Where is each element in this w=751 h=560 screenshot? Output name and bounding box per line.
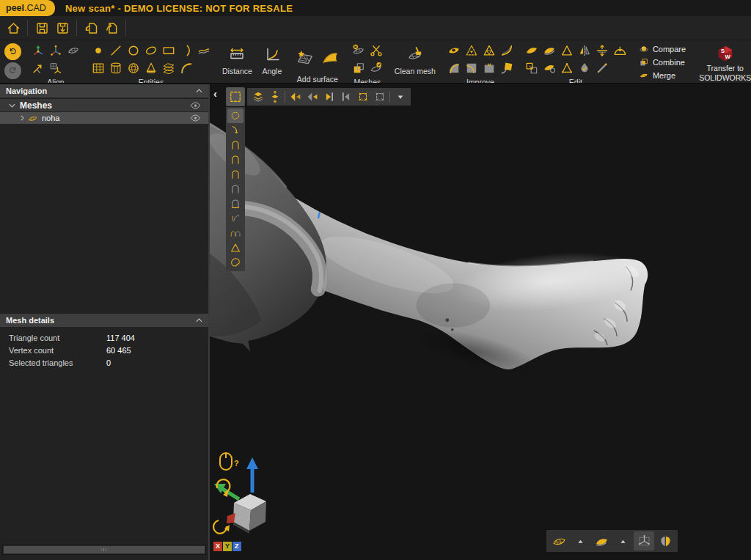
panel-collapse-arrow[interactable]: ‹ [213,88,217,99]
undo-icon[interactable] [4,43,21,60]
compare-orb-icon[interactable] [638,43,650,55]
clean-mesh-button[interactable]: Clean mesh [390,41,440,83]
dshape-icon[interactable] [227,167,243,182]
chevron-down-icon[interactable] [9,103,15,108]
mesh-delete-icon[interactable] [350,42,367,59]
copy-ref-icon[interactable] [523,59,541,77]
surface-b-icon[interactable] [541,42,558,59]
ruler-icon[interactable] [226,44,248,65]
sweep-icon[interactable] [177,59,195,77]
solid-blob-icon[interactable] [591,531,612,550]
line-icon[interactable] [107,42,125,59]
flip-b-icon[interactable] [304,89,320,105]
navigation-cube[interactable]: ? [211,377,292,553]
pen-line-icon[interactable] [593,59,611,77]
dshape-pair-icon[interactable] [227,226,243,240]
fit-out-icon[interactable] [354,89,371,105]
wire-blob-icon[interactable] [549,531,569,550]
dshape-icon[interactable] [227,138,243,152]
blob-select-icon[interactable] [227,255,243,270]
tree-item-noha[interactable]: noha [0,112,208,124]
curve-smooth-icon[interactable] [498,42,516,59]
tri-nested-icon[interactable] [480,42,498,59]
dshape-half-icon[interactable] [227,196,243,211]
combine-squares-icon[interactable] [638,56,650,68]
redo-icon[interactable] [4,62,21,79]
mesh-details-header[interactable]: Mesh details [0,314,208,327]
cylinder-icon[interactable] [107,59,125,77]
compare-button[interactable]: Compare [638,43,686,55]
distance-button[interactable]: Distance [218,41,257,83]
square-merge-icon[interactable] [350,59,367,77]
surface-new-icon[interactable] [293,42,318,74]
cone-icon[interactable] [142,59,160,77]
to-start-icon[interactable] [337,89,354,105]
dshape-icon[interactable] [227,152,243,167]
caret-down-icon[interactable] [392,89,409,105]
surface-c-icon[interactable] [541,59,558,77]
horizontal-scrollbar[interactable] [2,545,206,555]
collapse-chevron-icon[interactable] [196,89,202,93]
mesh-check-icon[interactable] [367,59,385,77]
collapse-chevron-icon[interactable] [196,318,202,323]
fillet-b-icon[interactable] [463,59,480,77]
merge-button[interactable]: Merge [638,70,686,81]
arc-icon[interactable] [177,42,195,59]
transfer-to-solidworks-button[interactable]: SW Transfer to SOLIDWORKS [693,41,751,83]
slot-icon[interactable] [195,42,213,59]
save-arrow-icon[interactable] [52,18,73,37]
save-icon[interactable] [32,18,52,37]
tri-outline-icon[interactable] [558,42,576,59]
mirror-half-icon[interactable] [576,42,593,59]
planes-icon[interactable] [160,59,177,77]
chevron-right-icon[interactable] [21,115,24,121]
align-arrow-icon[interactable] [29,59,47,77]
offset-updown-icon[interactable] [593,42,611,59]
visibility-eye-icon[interactable] [190,111,201,125]
tri-select-icon[interactable] [227,240,243,255]
visibility-eye-icon[interactable] [190,99,201,112]
marquee-icon[interactable] [227,88,244,106]
file-rotate-left-icon[interactable] [81,18,101,37]
ellipse-icon[interactable] [142,42,160,59]
tree-item-meshes[interactable]: Meshes [0,99,208,111]
fill-hole-icon[interactable] [445,42,463,59]
lasso-icon[interactable] [227,108,243,123]
align-surface-icon[interactable] [65,42,82,59]
section-blob-icon[interactable] [655,531,675,550]
fit-in-icon[interactable] [371,89,388,105]
surface-a-icon[interactable] [523,42,541,59]
clean-mesh-icon[interactable] [404,44,426,65]
rectangle-icon[interactable] [160,42,177,59]
dash-curve-icon[interactable] [227,211,243,226]
scissors-icon[interactable] [367,42,385,59]
home-icon[interactable] [3,18,23,37]
file-rotate-right-icon[interactable] [101,18,122,37]
fillet-a-icon[interactable] [445,59,463,77]
flip-a-icon[interactable] [287,89,304,105]
angle-icon[interactable] [261,44,283,65]
stack-arrows-icon[interactable] [266,89,283,105]
droplet-check-icon[interactable] [576,59,593,77]
touch-up-icon[interactable] [498,59,516,77]
tri-dots-icon[interactable] [558,59,576,77]
tri-dash-icon[interactable] [463,42,480,59]
solidworks-icon[interactable]: SW [714,43,736,64]
pen-curve-icon[interactable] [227,123,243,138]
notch-icon[interactable] [480,59,498,77]
grid-plane-icon[interactable] [89,59,107,77]
combine-button[interactable]: Combine [638,56,686,68]
align-origin-icon[interactable] [47,59,65,77]
align-triad-icon[interactable] [29,42,47,59]
caret-up-icon[interactable] [570,531,590,550]
3d-viewport[interactable]: ‹ ? [210,84,751,560]
stack-icon[interactable] [249,89,266,105]
dshape-gray-icon[interactable] [227,182,243,196]
to-end-icon[interactable] [320,89,337,105]
merge-mesh-icon[interactable] [638,70,650,81]
align-triad-2-icon[interactable] [47,42,65,59]
navigation-header[interactable]: Navigation [0,84,208,97]
angle-button[interactable]: Angle [257,41,287,83]
surface-fit-icon[interactable] [318,42,342,74]
origin-axes-icon[interactable] [634,531,654,550]
